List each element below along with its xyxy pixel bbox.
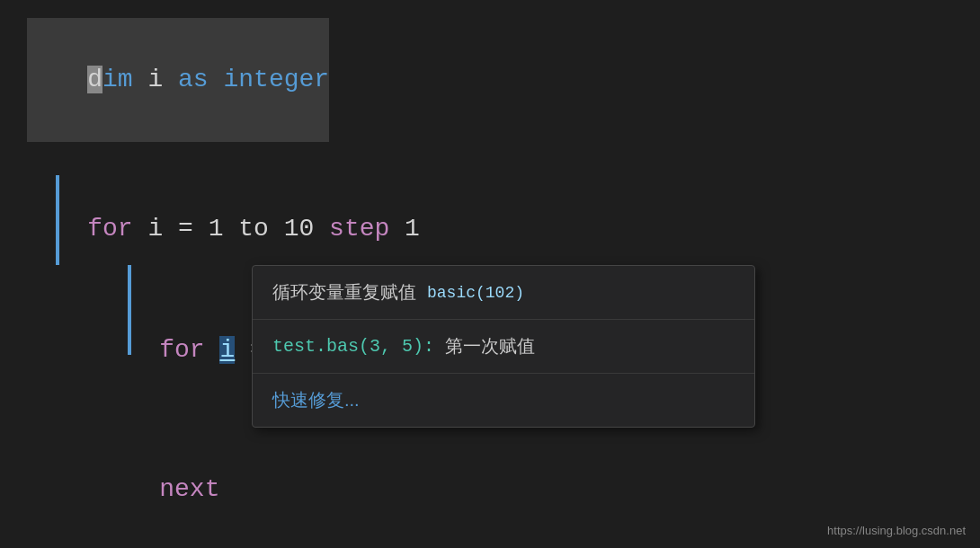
for-keyword-2: for (159, 336, 204, 364)
step-keyword: step (329, 215, 389, 243)
as-keyword: as (178, 66, 209, 93)
tooltip-row-3[interactable]: 快速修复... (253, 374, 754, 427)
line2-content: i = 1 to 10 (133, 215, 329, 243)
step-val: 1 (389, 215, 420, 243)
tooltip-main-text: 循环变量重复赋值 (272, 280, 416, 305)
highlighted-i: i (219, 336, 235, 364)
tooltip-row-2: test.bas(3, 5): 第一次赋值 (253, 320, 754, 374)
diagnostic-tooltip[interactable]: 循环变量重复赋值 basic(102) test.bas(3, 5): 第一次赋… (252, 265, 755, 428)
integer-keyword: integer (209, 66, 329, 93)
indent-bar-2 (128, 265, 131, 355)
space1 (205, 336, 220, 364)
indent-bar-1 (56, 175, 59, 265)
next-keyword-1: next (159, 475, 219, 503)
tooltip-code-1: basic(102) (427, 284, 524, 302)
code-line-4: next (27, 429, 953, 548)
quickfix-label[interactable]: 快速修复... (272, 388, 360, 412)
var-i-1: i (133, 66, 178, 93)
cursor: d (87, 66, 102, 93)
tooltip-file-ref: test.bas(3, 5): (272, 336, 434, 357)
watermark: https://lusing.blog.csdn.net (827, 524, 966, 537)
tooltip-first-assign: 第一次赋值 (445, 334, 535, 358)
dim-keyword: im (102, 66, 133, 93)
tooltip-row-1: 循环变量重复赋值 basic(102) (253, 266, 754, 320)
editor-container: dim i as integer for i = 1 to 10 step 1 … (0, 0, 980, 548)
code-line-1: dim i as integer (27, 18, 329, 142)
for-keyword: for (87, 215, 132, 243)
